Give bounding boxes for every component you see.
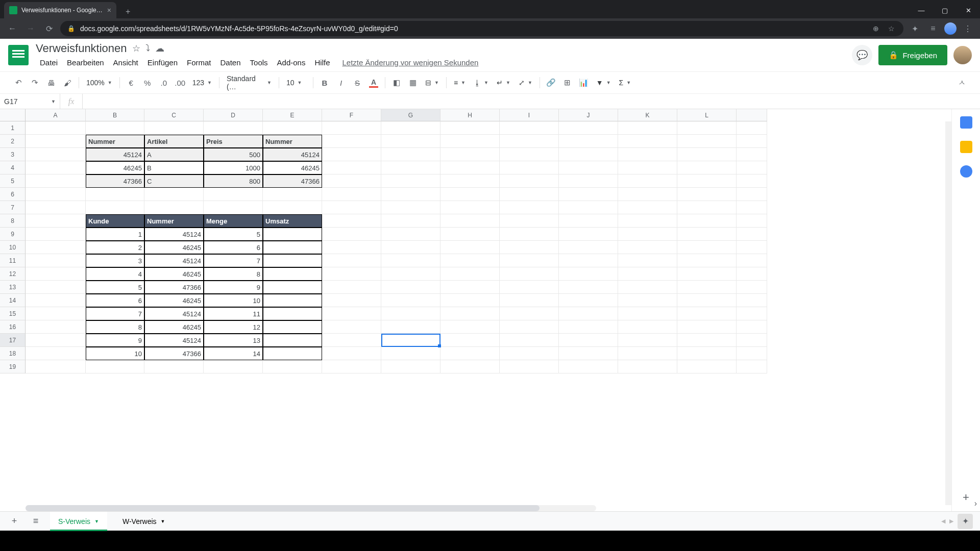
cell-K5[interactable] bbox=[618, 174, 677, 188]
cell-H9[interactable] bbox=[440, 228, 500, 241]
cell-J11[interactable] bbox=[559, 254, 618, 267]
close-window-button[interactable]: ✕ bbox=[957, 2, 980, 18]
cell-D14[interactable]: 10 bbox=[204, 294, 263, 307]
cell-L19[interactable] bbox=[677, 360, 737, 373]
cell-I16[interactable] bbox=[500, 320, 559, 334]
cell-B2[interactable]: Nummer bbox=[86, 135, 144, 148]
formula-input[interactable] bbox=[83, 94, 980, 109]
cell-B9[interactable]: 1 bbox=[86, 228, 144, 241]
cell-F10[interactable] bbox=[322, 241, 381, 254]
cell-I12[interactable] bbox=[500, 267, 559, 281]
reading-list-icon[interactable]: ≡ bbox=[926, 21, 940, 36]
cell-J19[interactable] bbox=[559, 360, 618, 373]
star-doc-icon[interactable]: ☆ bbox=[132, 43, 140, 54]
cell-K14[interactable] bbox=[618, 294, 677, 307]
horizontal-scrollbar[interactable] bbox=[26, 505, 596, 511]
cell-C17[interactable]: 45124 bbox=[144, 334, 204, 347]
row-header-9[interactable]: 9 bbox=[0, 228, 26, 241]
cell-J7[interactable] bbox=[559, 201, 618, 214]
cell-A18[interactable] bbox=[26, 347, 86, 360]
cell-C4[interactable]: B bbox=[144, 161, 204, 174]
cell-K17[interactable] bbox=[618, 334, 677, 347]
cell-H19[interactable] bbox=[440, 360, 500, 373]
col-header-H[interactable]: H bbox=[440, 109, 500, 121]
zoom-select[interactable]: 100%▼ bbox=[83, 79, 115, 87]
cell-L17[interactable] bbox=[677, 334, 737, 347]
cell-F7[interactable] bbox=[322, 201, 381, 214]
cell-G4[interactable] bbox=[381, 161, 440, 174]
browser-avatar[interactable] bbox=[944, 22, 957, 35]
cell-D4[interactable]: 1000 bbox=[204, 161, 263, 174]
cell-G5[interactable] bbox=[381, 174, 440, 188]
last-edit-link[interactable]: Letzte Änderung vor wenigen Sekunden bbox=[342, 56, 478, 69]
cell-K8[interactable] bbox=[618, 214, 677, 228]
minimize-button[interactable]: — bbox=[910, 2, 933, 18]
cell-C9[interactable]: 45124 bbox=[144, 228, 204, 241]
cell-overflow-8[interactable] bbox=[737, 214, 767, 228]
cell-F18[interactable] bbox=[322, 347, 381, 360]
cell-A17[interactable] bbox=[26, 334, 86, 347]
keep-sidebar-icon[interactable] bbox=[960, 141, 972, 153]
cell-E7[interactable] bbox=[263, 201, 322, 214]
cell-D6[interactable] bbox=[204, 188, 263, 201]
cell-A11[interactable] bbox=[26, 254, 86, 267]
cell-D11[interactable]: 7 bbox=[204, 254, 263, 267]
cell-overflow-3[interactable] bbox=[737, 148, 767, 161]
cell-E13[interactable] bbox=[263, 281, 322, 294]
cell-A1[interactable] bbox=[26, 121, 86, 135]
cell-E6[interactable] bbox=[263, 188, 322, 201]
menu-format[interactable]: Format bbox=[183, 56, 215, 69]
cell-J12[interactable] bbox=[559, 267, 618, 281]
print-button[interactable]: 🖶 bbox=[44, 76, 58, 90]
col-header-J[interactable]: J bbox=[559, 109, 618, 121]
col-header-L[interactable]: L bbox=[677, 109, 737, 121]
cell-G2[interactable] bbox=[381, 135, 440, 148]
cell-H14[interactable] bbox=[440, 294, 500, 307]
cell-A6[interactable] bbox=[26, 188, 86, 201]
cell-B4[interactable]: 46245 bbox=[86, 161, 144, 174]
cell-B19[interactable] bbox=[86, 360, 144, 373]
cell-overflow-16[interactable] bbox=[737, 320, 767, 334]
sheet-nav-left[interactable]: ◀ bbox=[941, 518, 945, 524]
chart-button[interactable]: 📊 bbox=[577, 76, 591, 90]
cell-I9[interactable] bbox=[500, 228, 559, 241]
cell-L9[interactable] bbox=[677, 228, 737, 241]
cell-L13[interactable] bbox=[677, 281, 737, 294]
cell-J6[interactable] bbox=[559, 188, 618, 201]
cell-A12[interactable] bbox=[26, 267, 86, 281]
cell-C12[interactable]: 46245 bbox=[144, 267, 204, 281]
cell-I5[interactable] bbox=[500, 174, 559, 188]
cell-F13[interactable] bbox=[322, 281, 381, 294]
menu-addons[interactable]: Add-ons bbox=[273, 56, 310, 69]
cell-F6[interactable] bbox=[322, 188, 381, 201]
cell-G17[interactable] bbox=[381, 334, 440, 347]
cell-B11[interactable]: 3 bbox=[86, 254, 144, 267]
cell-F15[interactable] bbox=[322, 307, 381, 320]
cell-B13[interactable]: 5 bbox=[86, 281, 144, 294]
col-header-C[interactable]: C bbox=[144, 109, 204, 121]
italic-button[interactable]: I bbox=[334, 76, 348, 90]
cell-G12[interactable] bbox=[381, 267, 440, 281]
cell-K9[interactable] bbox=[618, 228, 677, 241]
paint-format-button[interactable]: 🖌 bbox=[60, 76, 75, 90]
cell-overflow-13[interactable] bbox=[737, 281, 767, 294]
maximize-button[interactable]: ▢ bbox=[933, 2, 957, 18]
move-doc-icon[interactable]: ⤵ bbox=[145, 43, 150, 54]
cell-L8[interactable] bbox=[677, 214, 737, 228]
cell-J15[interactable] bbox=[559, 307, 618, 320]
merge-button[interactable]: ⊟▼ bbox=[422, 79, 442, 87]
zoom-icon[interactable]: ⊕ bbox=[871, 23, 881, 34]
cell-K11[interactable] bbox=[618, 254, 677, 267]
cell-overflow-14[interactable] bbox=[737, 294, 767, 307]
col-header-A[interactable]: A bbox=[26, 109, 86, 121]
cell-F16[interactable] bbox=[322, 320, 381, 334]
row-header-18[interactable]: 18 bbox=[0, 347, 26, 360]
cell-I4[interactable] bbox=[500, 161, 559, 174]
cell-J13[interactable] bbox=[559, 281, 618, 294]
cell-F1[interactable] bbox=[322, 121, 381, 135]
cell-A5[interactable] bbox=[26, 174, 86, 188]
browser-tab[interactable]: Verweisfunktionen - Google Tabe × bbox=[4, 2, 116, 18]
menu-hilfe[interactable]: Hilfe bbox=[310, 56, 334, 69]
cell-overflow-6[interactable] bbox=[737, 188, 767, 201]
row-header-14[interactable]: 14 bbox=[0, 294, 26, 307]
